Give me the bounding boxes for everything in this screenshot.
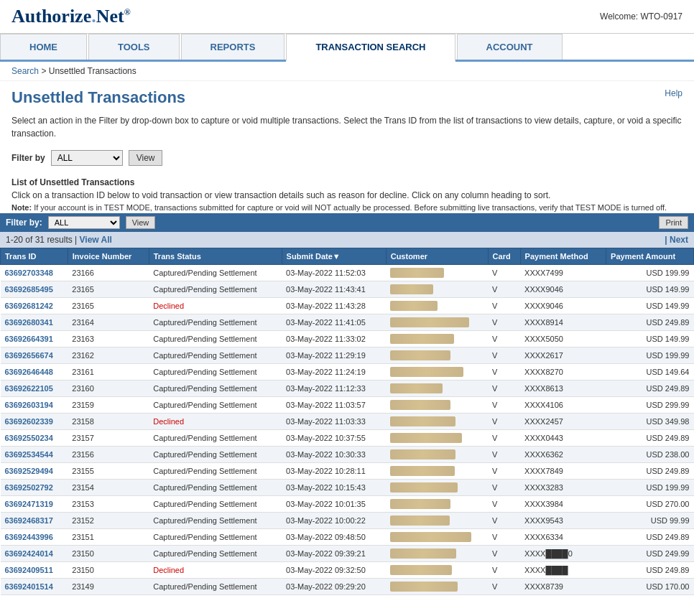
cell-submit-date: 03-May-2022 10:28:11 [282, 463, 386, 480]
cell-payment-method: XXXX6334 [520, 529, 606, 546]
trans-id-link[interactable]: 63692664391 [5, 335, 53, 343]
cell-submit-date: 03-May-2022 10:00:22 [282, 513, 386, 529]
next-link[interactable]: | Next [665, 235, 688, 245]
table-row: 6369260319423159Captured/Pending Settlem… [1, 397, 694, 414]
cell-invoice: 23149 [68, 579, 149, 595]
cell-status: Captured/Pending Settlement [149, 529, 282, 546]
col-trans-id[interactable]: Trans ID [1, 248, 68, 265]
col-payment-method[interactable]: Payment Method [520, 248, 606, 265]
trans-id-link[interactable]: 63692703348 [5, 269, 53, 277]
cell-trans-id: 63692646448 [1, 364, 68, 381]
view-all-link[interactable]: View All [80, 235, 112, 245]
trans-id-link[interactable]: 63692656674 [5, 351, 53, 360]
nav-reports[interactable]: REPORTS [181, 34, 285, 60]
cell-payment-amount: USD 170.00 [606, 579, 694, 595]
cell-trans-id: 63692622105 [1, 381, 68, 397]
filter-select[interactable]: ALL Capture Void [51, 150, 123, 166]
trans-id-link[interactable]: 63692424014 [5, 549, 53, 558]
trans-id-link[interactable]: 63692443996 [5, 533, 53, 541]
cell-payment-amount: USD 349.98 [606, 414, 694, 430]
cell-invoice: 23151 [68, 529, 149, 546]
cell-card: V [488, 447, 520, 463]
filter-by-label: Filter by [11, 153, 45, 163]
col-payment-amount[interactable]: Payment Amount [606, 248, 694, 265]
table-row: 6369240151423149Captured/Pending Settlem… [1, 579, 694, 595]
view-button[interactable]: View [129, 150, 163, 166]
cell-card: V [488, 496, 520, 513]
trans-id-link[interactable]: 63692409511 [5, 566, 53, 574]
cell-payment-amount: USD 249.99 [606, 546, 694, 562]
trans-id-link[interactable]: 63692471319 [5, 500, 53, 508]
cell-trans-id: 63692401514 [1, 579, 68, 595]
cell-customer: W████e [386, 281, 488, 298]
cell-submit-date: 03-May-2022 11:24:19 [282, 364, 386, 381]
table-row: 6369242401423150Captured/Pending Settlem… [1, 546, 694, 562]
trans-id-link[interactable]: 63692681242 [5, 302, 53, 310]
table-controls: Filter by: ALL Capture Void View Print [0, 213, 694, 232]
cell-invoice: 23165 [68, 281, 149, 298]
cell-payment-method: XXXX7849 [520, 463, 606, 480]
table-view-button[interactable]: View [126, 216, 156, 229]
cell-trans-id: 63692681242 [1, 298, 68, 314]
cell-status: Declined [149, 298, 282, 314]
trans-id-link[interactable]: 63692680341 [5, 318, 53, 327]
cell-status: Captured/Pending Settlement [149, 447, 282, 463]
cell-trans-id: 63692529494 [1, 463, 68, 480]
cell-customer: fe████████ [386, 397, 488, 414]
col-submit-date[interactable]: Submit Date▼ [282, 248, 386, 265]
trans-id-link[interactable]: 63692502792 [5, 483, 53, 492]
cell-submit-date: 03-May-2022 09:29:20 [282, 579, 386, 595]
cell-status: Captured/Pending Settlement [149, 331, 282, 347]
table-row: 6369246831723152Captured/Pending Settlem… [1, 513, 694, 529]
cell-payment-amount: USD 199.99 [606, 265, 694, 281]
nav-home[interactable]: HOME [0, 34, 87, 60]
trans-id-link[interactable]: 63692685495 [5, 285, 53, 294]
cell-status: Declined [149, 414, 282, 430]
trans-id-link[interactable]: 63692534544 [5, 450, 53, 459]
results-bar: 1-20 of 31 results | View All | Next [0, 232, 694, 248]
table-row: 6369268549523165Captured/Pending Settlem… [1, 281, 694, 298]
table-filter-select[interactable]: ALL Capture Void [48, 216, 120, 229]
cell-payment-amount: USD 299.99 [606, 397, 694, 414]
cell-submit-date: 03-May-2022 09:48:50 [282, 529, 386, 546]
table-row: 6369264644823161Captured/Pending Settlem… [1, 364, 694, 381]
cell-card: V [488, 347, 520, 364]
cell-trans-id: 63692534544 [1, 447, 68, 463]
trans-id-link[interactable]: 63692550234 [5, 434, 53, 442]
help-link[interactable]: Help [665, 88, 683, 98]
nav-account[interactable]: ACCOUNT [457, 34, 563, 60]
col-invoice[interactable]: Invoice Number [68, 248, 149, 265]
col-card[interactable]: Card [488, 248, 520, 265]
trans-id-link[interactable]: 63692622105 [5, 384, 53, 393]
breadcrumb-search-link[interactable]: Search [11, 66, 39, 76]
cell-customer: chri████████ [386, 546, 488, 562]
cell-payment-amount: USD 149.99 [606, 281, 694, 298]
cell-customer: We████e [386, 298, 488, 314]
trans-id-link[interactable]: 63692529494 [5, 467, 53, 475]
cell-card: V [488, 364, 520, 381]
nav-tools[interactable]: TOOLS [88, 34, 180, 60]
cell-invoice: 23152 [68, 513, 149, 529]
trans-id-link[interactable]: 63692646448 [5, 368, 53, 376]
trans-id-link[interactable]: 63692468317 [5, 516, 53, 525]
cell-card: V [488, 265, 520, 281]
trans-id-link[interactable]: 63692401514 [5, 582, 53, 591]
table-row: 6369260233923158Declined03-May-2022 11:0… [1, 414, 694, 430]
cell-submit-date: 03-May-2022 10:01:35 [282, 496, 386, 513]
col-status[interactable]: Trans Status [149, 248, 282, 265]
col-customer[interactable]: Customer [386, 248, 488, 265]
cell-customer: Al██████████ [386, 430, 488, 447]
cell-status: Captured/Pending Settlement [149, 546, 282, 562]
cell-invoice: 23161 [68, 364, 149, 381]
cell-trans-id: 63692471319 [1, 496, 68, 513]
trans-id-link[interactable]: 63692603194 [5, 401, 53, 409]
trans-id-link[interactable]: 63692602339 [5, 417, 53, 426]
cell-payment-amount: USD 99.99 [606, 513, 694, 529]
cell-invoice: 23163 [68, 331, 149, 347]
cell-status: Captured/Pending Settlement [149, 347, 282, 364]
cell-payment-amount: USD 149.64 [606, 364, 694, 381]
transactions-table: Trans ID Invoice Number Trans Status Sub… [0, 248, 694, 595]
nav-transaction-search[interactable]: TRANSACTION SEARCH [286, 34, 455, 62]
cell-card: V [488, 281, 520, 298]
print-button[interactable]: Print [659, 216, 688, 229]
